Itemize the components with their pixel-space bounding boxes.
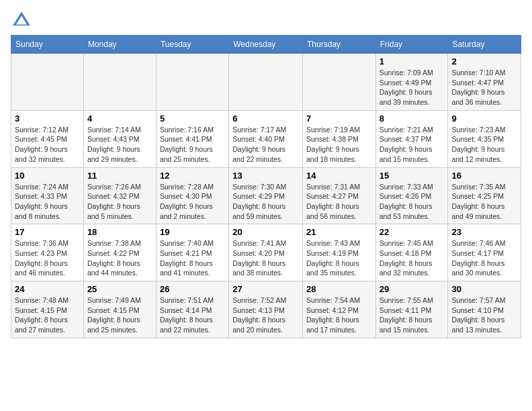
day-number: 24 (15, 284, 80, 294)
day-cell: 14Sunrise: 7:31 AM Sunset: 4:27 PM Dayli… (303, 167, 376, 224)
day-cell: 16Sunrise: 7:35 AM Sunset: 4:25 PM Dayli… (448, 167, 521, 224)
logo-icon (11, 9, 32, 31)
day-cell: 24Sunrise: 7:48 AM Sunset: 4:15 PM Dayli… (11, 281, 84, 338)
logo (11, 9, 35, 31)
header-cell-sunday: Sunday (11, 36, 84, 54)
day-number: 22 (380, 227, 445, 237)
day-number: 3 (15, 113, 80, 124)
day-number: 1 (380, 56, 445, 66)
day-number: 12 (160, 171, 225, 181)
day-number: 19 (160, 227, 225, 237)
day-cell (11, 54, 84, 111)
day-info: Sunrise: 7:10 AM Sunset: 4:47 PM Dayligh… (451, 68, 517, 107)
calendar-table: SundayMondayTuesdayWednesdayThursdayFrid… (11, 35, 521, 338)
day-info: Sunrise: 7:38 AM Sunset: 4:22 PM Dayligh… (87, 238, 152, 278)
day-number: 17 (15, 227, 80, 237)
week-row-3: 17Sunrise: 7:36 AM Sunset: 4:23 PM Dayli… (11, 224, 521, 281)
day-cell: 10Sunrise: 7:24 AM Sunset: 4:33 PM Dayli… (11, 167, 84, 224)
day-info: Sunrise: 7:17 AM Sunset: 4:40 PM Dayligh… (232, 125, 299, 165)
day-cell: 8Sunrise: 7:21 AM Sunset: 4:37 PM Daylig… (375, 110, 448, 167)
day-info: Sunrise: 7:23 AM Sunset: 4:35 PM Dayligh… (451, 125, 517, 165)
day-cell: 15Sunrise: 7:33 AM Sunset: 4:26 PM Dayli… (375, 167, 448, 224)
day-info: Sunrise: 7:45 AM Sunset: 4:18 PM Dayligh… (380, 238, 445, 278)
day-info: Sunrise: 7:30 AM Sunset: 4:29 PM Dayligh… (232, 182, 299, 222)
header-cell-monday: Monday (83, 36, 156, 54)
day-info: Sunrise: 7:28 AM Sunset: 4:30 PM Dayligh… (160, 182, 225, 222)
day-info: Sunrise: 7:24 AM Sunset: 4:33 PM Dayligh… (15, 182, 80, 222)
day-cell (229, 54, 303, 111)
day-info: Sunrise: 7:49 AM Sunset: 4:15 PM Dayligh… (87, 295, 152, 335)
day-cell: 6Sunrise: 7:17 AM Sunset: 4:40 PM Daylig… (229, 110, 303, 167)
day-info: Sunrise: 7:36 AM Sunset: 4:23 PM Dayligh… (15, 238, 80, 278)
day-info: Sunrise: 7:21 AM Sunset: 4:37 PM Dayligh… (380, 125, 445, 165)
day-info: Sunrise: 7:41 AM Sunset: 4:20 PM Dayligh… (232, 238, 299, 278)
day-info: Sunrise: 7:14 AM Sunset: 4:43 PM Dayligh… (87, 125, 152, 165)
day-cell: 9Sunrise: 7:23 AM Sunset: 4:35 PM Daylig… (448, 110, 521, 167)
day-cell: 23Sunrise: 7:46 AM Sunset: 4:17 PM Dayli… (448, 224, 521, 281)
header-row: SundayMondayTuesdayWednesdayThursdayFrid… (11, 36, 521, 54)
day-cell: 4Sunrise: 7:14 AM Sunset: 4:43 PM Daylig… (83, 110, 156, 167)
day-number: 4 (87, 113, 152, 124)
day-cell: 11Sunrise: 7:26 AM Sunset: 4:32 PM Dayli… (83, 167, 156, 224)
day-cell: 30Sunrise: 7:57 AM Sunset: 4:10 PM Dayli… (448, 281, 521, 338)
header-cell-wednesday: Wednesday (229, 36, 303, 54)
day-cell: 3Sunrise: 7:12 AM Sunset: 4:45 PM Daylig… (11, 110, 84, 167)
day-cell: 1Sunrise: 7:09 AM Sunset: 4:49 PM Daylig… (375, 54, 448, 111)
day-number: 23 (451, 227, 517, 237)
day-number: 11 (87, 171, 152, 181)
day-info: Sunrise: 7:16 AM Sunset: 4:41 PM Dayligh… (160, 125, 225, 165)
day-number: 15 (380, 171, 445, 181)
day-cell: 19Sunrise: 7:40 AM Sunset: 4:21 PM Dayli… (156, 224, 228, 281)
day-cell: 27Sunrise: 7:52 AM Sunset: 4:13 PM Dayli… (229, 281, 303, 338)
day-cell: 17Sunrise: 7:36 AM Sunset: 4:23 PM Dayli… (11, 224, 84, 281)
week-row-2: 10Sunrise: 7:24 AM Sunset: 4:33 PM Dayli… (11, 167, 521, 224)
day-cell: 20Sunrise: 7:41 AM Sunset: 4:20 PM Dayli… (229, 224, 303, 281)
day-cell: 7Sunrise: 7:19 AM Sunset: 4:38 PM Daylig… (303, 110, 376, 167)
page-container: SundayMondayTuesdayWednesdayThursdayFrid… (0, 0, 532, 349)
day-cell: 25Sunrise: 7:49 AM Sunset: 4:15 PM Dayli… (83, 281, 156, 338)
day-info: Sunrise: 7:35 AM Sunset: 4:25 PM Dayligh… (451, 182, 517, 222)
day-cell (156, 54, 228, 111)
day-info: Sunrise: 7:55 AM Sunset: 4:11 PM Dayligh… (380, 295, 445, 335)
day-info: Sunrise: 7:54 AM Sunset: 4:12 PM Dayligh… (306, 295, 372, 335)
day-number: 28 (306, 284, 372, 294)
day-cell: 28Sunrise: 7:54 AM Sunset: 4:12 PM Dayli… (303, 281, 376, 338)
day-number: 30 (451, 284, 517, 294)
day-info: Sunrise: 7:26 AM Sunset: 4:32 PM Dayligh… (87, 182, 152, 222)
day-cell: 18Sunrise: 7:38 AM Sunset: 4:22 PM Dayli… (83, 224, 156, 281)
week-row-1: 3Sunrise: 7:12 AM Sunset: 4:45 PM Daylig… (11, 110, 521, 167)
day-info: Sunrise: 7:51 AM Sunset: 4:14 PM Dayligh… (160, 295, 225, 335)
day-info: Sunrise: 7:33 AM Sunset: 4:26 PM Dayligh… (380, 182, 445, 222)
day-number: 8 (380, 113, 445, 124)
day-number: 27 (232, 284, 299, 294)
day-number: 2 (451, 56, 517, 66)
day-info: Sunrise: 7:31 AM Sunset: 4:27 PM Dayligh… (306, 182, 372, 222)
day-number: 18 (87, 227, 152, 237)
day-cell: 5Sunrise: 7:16 AM Sunset: 4:41 PM Daylig… (156, 110, 228, 167)
day-cell: 13Sunrise: 7:30 AM Sunset: 4:29 PM Dayli… (229, 167, 303, 224)
header-cell-friday: Friday (375, 36, 448, 54)
day-info: Sunrise: 7:52 AM Sunset: 4:13 PM Dayligh… (232, 295, 299, 335)
day-number: 7 (306, 113, 372, 124)
week-row-0: 1Sunrise: 7:09 AM Sunset: 4:49 PM Daylig… (11, 54, 521, 111)
header-cell-saturday: Saturday (448, 36, 521, 54)
day-cell (303, 54, 376, 111)
day-info: Sunrise: 7:48 AM Sunset: 4:15 PM Dayligh… (15, 295, 80, 335)
day-number: 25 (87, 284, 152, 294)
day-number: 13 (232, 171, 299, 181)
day-info: Sunrise: 7:46 AM Sunset: 4:17 PM Dayligh… (451, 238, 517, 278)
day-info: Sunrise: 7:12 AM Sunset: 4:45 PM Dayligh… (15, 125, 80, 165)
day-number: 21 (306, 227, 372, 237)
day-number: 9 (451, 113, 517, 124)
page-header (11, 7, 521, 31)
day-cell: 26Sunrise: 7:51 AM Sunset: 4:14 PM Dayli… (156, 281, 228, 338)
day-cell: 12Sunrise: 7:28 AM Sunset: 4:30 PM Dayli… (156, 167, 228, 224)
day-cell: 21Sunrise: 7:43 AM Sunset: 4:19 PM Dayli… (303, 224, 376, 281)
day-number: 26 (160, 284, 225, 294)
day-cell: 22Sunrise: 7:45 AM Sunset: 4:18 PM Dayli… (375, 224, 448, 281)
day-cell (83, 54, 156, 111)
day-number: 5 (160, 113, 225, 124)
day-info: Sunrise: 7:19 AM Sunset: 4:38 PM Dayligh… (306, 125, 372, 165)
day-number: 6 (232, 113, 299, 124)
day-cell: 29Sunrise: 7:55 AM Sunset: 4:11 PM Dayli… (375, 281, 448, 338)
